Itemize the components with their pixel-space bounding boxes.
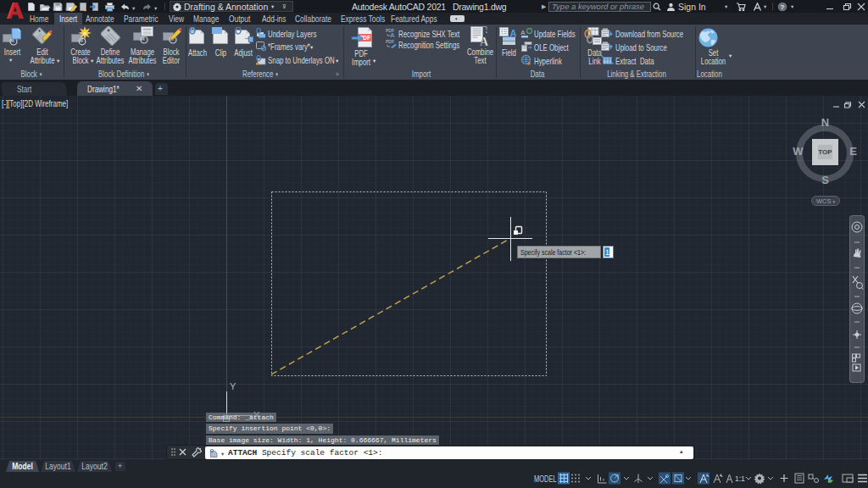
svg-text:Y: Y: [230, 381, 236, 391]
svg-text:1:1: 1:1: [735, 474, 745, 483]
svg-text:A: A: [510, 28, 517, 38]
svg-text:A: A: [390, 31, 395, 37]
svg-text:A: A: [480, 36, 489, 47]
svg-text:A: A: [520, 29, 526, 36]
svg-text:PDF: PDF: [386, 39, 394, 44]
svg-text:?: ?: [781, 3, 785, 11]
